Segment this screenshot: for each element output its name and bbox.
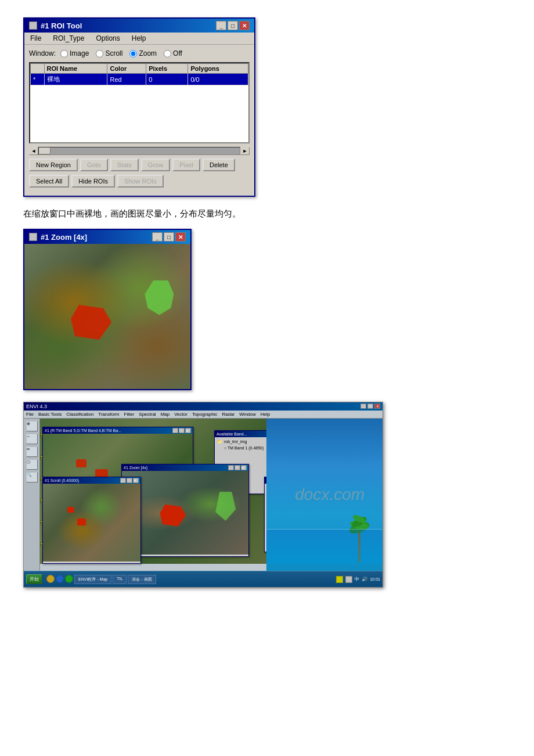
taskbar-clock: 10:01 [370,577,380,581]
menu-window[interactable]: Window [239,412,255,417]
titlebar-buttons: _ □ ✕ [216,21,250,30]
menu-basic-tools[interactable]: Basic Tools [38,412,62,417]
hide-rois-button[interactable]: Hide ROIs [71,175,115,188]
radio-zoom[interactable]: Zoom [129,49,157,57]
scroll-thumb[interactable] [39,147,50,154]
button-row-2: Select All Hide ROIs Show ROIs [29,175,250,188]
scroll-left-arrow[interactable]: ◄ [29,147,38,155]
stats-button[interactable]: Stats [110,159,139,171]
tool-btn-3[interactable]: ✏ [26,447,38,457]
scroll-sub-terrain [43,484,140,561]
scroll-sub-max[interactable]: □ [127,478,132,483]
roi-tool-menubar: File ROI_Type Options Help [24,33,254,45]
pixel-button[interactable]: Pixel [172,159,200,171]
taskbar-left: 开始 ENVI程序 - Map TIL 演会 - 画图 [26,574,156,584]
radio-scroll[interactable]: Scroll [96,49,122,57]
description-text: 在缩放窗口中画裸地，画的图斑尽量小，分布尽量均匀。 [23,208,511,219]
menu-help[interactable]: Help [131,34,147,43]
scroll-sub-close[interactable]: ✕ [133,478,139,483]
ime-indicator[interactable]: 中 [355,576,359,582]
tool-btn-2[interactable]: ↔ [26,434,38,444]
col-header-polygons: Polygons [188,64,248,74]
file-name: rob_tmr_img [224,440,247,444]
zoom-sub-max[interactable]: □ [234,465,240,470]
taskbar: 开始 ENVI程序 - Map TIL 演会 - 画图 中 🔊 10:01 [24,571,383,587]
radio-image[interactable]: Image [60,49,89,57]
roi-tool-title: #1 ROI Tool [41,21,82,30]
row-name: 裸地 [44,74,107,85]
taskbar-icon-1[interactable] [46,575,55,583]
minimize-button[interactable]: _ [216,21,226,30]
table-row[interactable]: * 裸地 Red 0 0/0 [31,74,248,85]
roi-tool-icon [29,21,37,30]
new-region-button[interactable]: New Region [29,159,78,171]
zoom-close-button[interactable]: ✕ [175,232,186,242]
menu-vector[interactable]: Vector [174,412,187,417]
titlebar-left: #1 ROI Tool [29,21,82,30]
zoom-minimize-button[interactable]: _ [152,232,163,242]
roi-tool-titlebar: #1 ROI Tool _ □ ✕ [24,19,254,33]
zoom-sub-titlebar: #1 Zoom [4x] _ □ ✕ [122,465,248,471]
img-min-btn[interactable]: _ [172,428,178,433]
zoom-title: #1 Zoom [4x] [41,233,87,242]
zoom-sub-title: #1 Zoom [4x] [124,466,147,470]
menu-filter[interactable]: Filter [124,412,135,417]
taskbar-icon-2[interactable] [56,575,64,583]
menu-help[interactable]: Help [261,412,270,417]
row-pixels: 0 [146,74,188,85]
zoom-maximize-button[interactable]: □ [164,232,174,242]
tool-btn-4[interactable]: ⬡ [26,459,38,470]
img-close-btn[interactable]: ✕ [185,428,191,433]
button-row-1: New Region Goto Stats Grow Pixel Delete [29,159,250,171]
show-rois-button[interactable]: Show ROIs [117,175,164,188]
menu-roitype[interactable]: ROI_Type [52,34,85,43]
main-screenshot: ENVI 4.3 _ □ ✕ File Basic Tools Classifi… [23,402,383,588]
menu-file[interactable]: File [29,34,42,43]
desktop-background [266,419,383,580]
img-max-btn[interactable]: □ [179,428,185,433]
ocean-reflection [266,529,383,564]
start-button[interactable]: 开始 [26,574,42,584]
select-all-button[interactable]: Select All [29,175,69,188]
envi-title: ENVI 4.3 [26,404,47,409]
menu-spectral[interactable]: Spectral [139,412,156,417]
tool-btn-5[interactable]: 🔍 [26,472,38,483]
menu-topographic[interactable]: Topographic [192,412,218,417]
taskbar-app-envi[interactable]: ENVI程序 - Map [74,575,111,584]
radio-group: Image Scroll Zoom Off [60,49,182,57]
envi-content: ⊕ ↔ ✏ ⬡ 🔍 5662 5652 5642 5631 [24,419,383,580]
envi-sidebar: ⊕ ↔ ✏ ⬡ 🔍 [24,419,40,580]
menu-map[interactable]: Map [161,412,170,417]
zoom-titlebar: #1 Zoom [4x] _ □ ✕ [24,230,190,244]
radio-off[interactable]: Off [164,49,182,57]
taskbar-icon-3[interactable] [65,575,73,583]
zoom-titlebar-left: #1 Zoom [4x] [29,233,87,242]
maximize-button[interactable]: □ [228,21,238,30]
scroll-track[interactable] [38,147,240,155]
goto-button[interactable]: Goto [80,159,108,171]
menu-file-main[interactable]: File [26,412,34,417]
row-polygons: 0/0 [188,74,248,85]
zoom-sub-close[interactable]: ✕ [241,465,247,470]
menu-options[interactable]: Options [95,34,121,43]
row-color: Red [107,74,146,85]
menu-classification[interactable]: Classification [66,412,93,417]
envi-main-area: 5662 5652 5642 5631 5621 5611 #1 (R:TM B… [40,419,383,580]
taskbar-app-til[interactable]: TIL [113,575,127,584]
scroll-right-arrow[interactable]: ► [240,147,250,155]
zoom-sub-min[interactable]: _ [228,465,234,470]
horizontal-scrollbar[interactable]: ◄ ► [29,147,250,155]
close-button[interactable]: ✕ [239,21,250,30]
menu-radar[interactable]: Radar [222,412,235,417]
grow-button[interactable]: Grow [141,159,170,171]
scroll-sub-min[interactable]: _ [120,478,126,483]
taskbar-app-paint[interactable]: 演会 - 画图 [128,575,156,584]
green-vegetation-blob [145,280,174,315]
volume-icon[interactable]: 🔊 [362,577,367,582]
red-roi-polygon [71,305,111,340]
zoom-titlebar-buttons: _ □ ✕ [152,232,186,242]
delete-button[interactable]: Delete [203,159,235,171]
menu-transform[interactable]: Transform [98,412,119,417]
sys-tray-icon-1 [336,576,343,583]
tool-btn-1[interactable]: ⊕ [26,421,38,431]
